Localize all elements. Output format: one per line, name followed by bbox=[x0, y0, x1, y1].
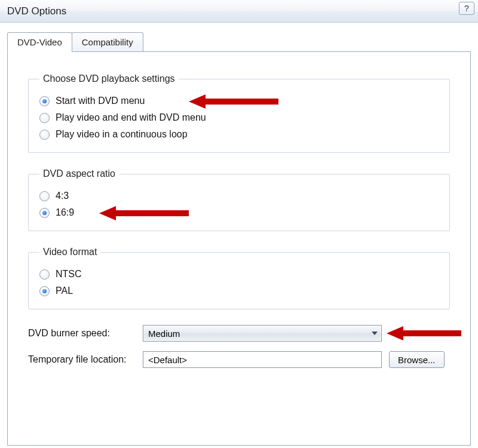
radio-play-end-menu-row[interactable]: Play video and end with DVD menu bbox=[39, 109, 439, 126]
tab-label: DVD-Video bbox=[17, 37, 62, 47]
tab-strip: DVD-Video Compatibility bbox=[7, 32, 471, 51]
radio-start-menu[interactable] bbox=[39, 96, 50, 106]
svg-marker-2 bbox=[387, 326, 461, 340]
radio-16-9[interactable] bbox=[39, 208, 50, 218]
annotation-arrow-icon bbox=[387, 324, 464, 342]
burner-speed-combo[interactable]: Medium bbox=[143, 325, 382, 342]
tab-dvd-video[interactable]: DVD-Video bbox=[7, 32, 72, 52]
tab-compatibility[interactable]: Compatibility bbox=[72, 32, 143, 51]
radio-pal-row[interactable]: PAL bbox=[39, 283, 439, 299]
group-legend: DVD aspect ratio bbox=[39, 168, 119, 179]
client-area: DVD-Video Compatibility Choose DVD playb… bbox=[0, 23, 478, 446]
group-playback: Choose DVD playback settings Start with … bbox=[28, 73, 450, 153]
group-video-format: Video format NTSC PAL bbox=[28, 247, 450, 309]
row-burner-speed: DVD burner speed: Medium bbox=[28, 325, 450, 342]
temp-location-label: Temporary file location: bbox=[28, 354, 136, 365]
group-legend: Video format bbox=[39, 247, 100, 257]
radio-pal[interactable] bbox=[39, 286, 50, 296]
tab-label: Compatibility bbox=[82, 37, 133, 47]
radio-16-9-row[interactable]: 16:9 bbox=[39, 204, 439, 221]
row-temp-location: Temporary file location: <Default> Brows… bbox=[28, 351, 450, 368]
annotation-arrow-icon bbox=[189, 93, 284, 111]
radio-continuous-loop[interactable] bbox=[39, 130, 50, 140]
radio-label[interactable]: PAL bbox=[56, 286, 73, 296]
svg-marker-1 bbox=[99, 206, 189, 220]
radio-label[interactable]: Start with DVD menu bbox=[56, 96, 145, 106]
radio-continuous-loop-row[interactable]: Play video in a continuous loop bbox=[39, 126, 439, 143]
titlebar: DVD Options ? bbox=[0, 0, 478, 23]
radio-4-3-row[interactable]: 4:3 bbox=[39, 188, 439, 204]
radio-4-3[interactable] bbox=[39, 191, 50, 201]
radio-label[interactable]: NTSC bbox=[56, 269, 82, 280]
radio-label[interactable]: 4:3 bbox=[56, 191, 69, 201]
radio-start-menu-row[interactable]: Start with DVD menu bbox=[39, 93, 439, 109]
browse-button[interactable]: Browse... bbox=[389, 351, 445, 368]
radio-label[interactable]: 16:9 bbox=[56, 207, 74, 218]
group-aspect-ratio: DVD aspect ratio 4:3 16:9 bbox=[28, 168, 450, 231]
group-legend: Choose DVD playback settings bbox=[39, 73, 179, 84]
tab-page: Choose DVD playback settings Start with … bbox=[7, 51, 471, 446]
window-title: DVD Options bbox=[7, 5, 66, 17]
radio-play-end-menu[interactable] bbox=[39, 113, 50, 123]
radio-label[interactable]: Play video in a continuous loop bbox=[56, 129, 188, 140]
help-button[interactable]: ? bbox=[459, 2, 474, 15]
radio-ntsc[interactable] bbox=[39, 269, 50, 280]
burner-speed-label: DVD burner speed: bbox=[28, 328, 136, 339]
temp-location-input[interactable]: <Default> bbox=[143, 351, 382, 368]
radio-ntsc-row[interactable]: NTSC bbox=[39, 266, 439, 283]
button-label: Browse... bbox=[398, 355, 436, 365]
combo-value: Medium bbox=[148, 329, 180, 339]
radio-label[interactable]: Play video and end with DVD menu bbox=[56, 112, 206, 123]
help-icon: ? bbox=[464, 4, 469, 13]
annotation-arrow-icon bbox=[99, 204, 195, 222]
svg-marker-0 bbox=[189, 94, 278, 109]
chevron-down-icon bbox=[372, 332, 378, 335]
textbox-value: <Default> bbox=[148, 355, 187, 365]
